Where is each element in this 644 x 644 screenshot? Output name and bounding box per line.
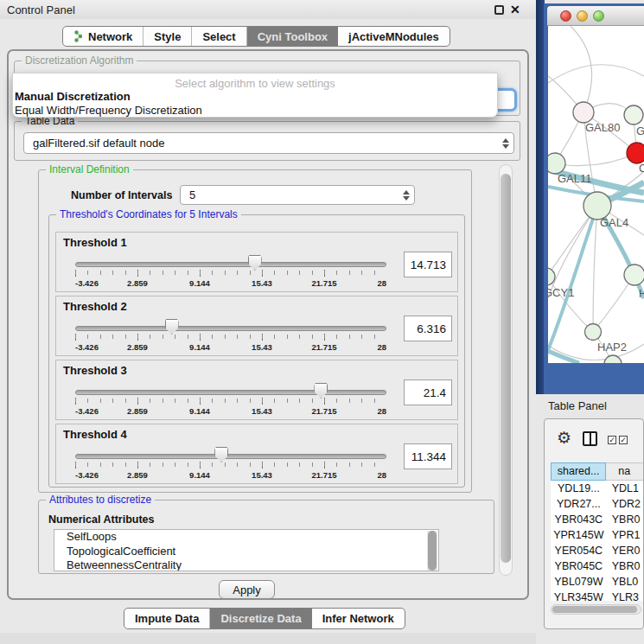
attributes-list-scrollbar-thumb[interactable] [428, 531, 437, 571]
tab-discretize-data-label: Discretize Data [220, 612, 301, 625]
network-canvas[interactable]: GAL80 G C GAL11 GAL4 GCY1 H HAP2 [548, 26, 644, 363]
column-header-name[interactable]: na [606, 462, 644, 481]
node-top-right[interactable] [624, 105, 643, 124]
slider-tick-labels: -3.4262.8599.14415.4321.71528 [75, 470, 386, 481]
slider-thumb[interactable] [214, 447, 228, 462]
table-horizontal-scrollbar[interactable] [551, 604, 641, 615]
close-traffic-light-icon[interactable] [560, 10, 571, 22]
number-of-intervals-combobox[interactable]: 5 [180, 185, 415, 205]
cell: YDR27... [551, 496, 607, 512]
tab-style-label: Style [154, 30, 181, 43]
tick-label: 28 [377, 470, 386, 480]
tab-jactivemnodules[interactable]: jActiveMNodules [338, 27, 450, 46]
list-item-topologicalcoefficient[interactable]: TopologicalCoefficient [54, 545, 438, 559]
bottom-strip [0, 633, 536, 644]
discretization-algorithm-group-title: Discretization Algorithm [22, 54, 137, 67]
number-of-intervals-label: Number of Intervals [71, 189, 172, 201]
node-label-gcy1: GCY1 [548, 286, 574, 299]
close-icon[interactable]: ✕ [510, 3, 520, 16]
tick-label: 21.715 [311, 342, 336, 352]
threshold-2-value-field[interactable] [404, 316, 452, 341]
slider-track[interactable] [75, 454, 386, 459]
apply-button[interactable]: Apply [219, 580, 275, 599]
tick-label: 21.715 [311, 406, 336, 416]
threshold-2-slider[interactable]: -3.4262.8599.14415.4321.71528 [75, 319, 386, 355]
table-row[interactable]: YDR27...YDR2 [551, 496, 644, 512]
slider-thumb[interactable] [248, 255, 262, 271]
table-row[interactable]: YPR145WYPR1 [551, 527, 644, 543]
numerical-attributes-list[interactable]: SelfLoops TopologicalCoefficient Between… [54, 529, 439, 571]
float-window-icon[interactable] [494, 5, 504, 15]
zoom-traffic-light-icon[interactable] [593, 10, 604, 22]
numerical-attributes-heading: Numerical Attributes [48, 513, 154, 526]
cell: YBL079W [551, 574, 607, 590]
settings-scrollbar-thumb[interactable] [501, 174, 511, 563]
slider-thumb[interactable] [165, 319, 179, 335]
threshold-4-slider[interactable]: -3.4262.8599.14415.4321.71528 [75, 447, 386, 483]
tab-select[interactable]: Select [192, 27, 246, 46]
list-item-betweennesscentrality[interactable]: BetweennessCentrality [54, 558, 438, 571]
tab-discretize-data[interactable]: Discretize Data [210, 609, 311, 628]
table-row[interactable]: YBR043CYBR0 [551, 512, 644, 527]
table-row[interactable]: YDL19...YDL1 [551, 481, 644, 496]
column-layout-icon[interactable] [583, 431, 597, 446]
table-data-combobox[interactable]: galFiltered.sif default node [23, 132, 514, 154]
settings-scrollbar[interactable] [499, 164, 513, 576]
slider-track[interactable] [75, 262, 386, 267]
checkbox-icon[interactable]: ✓ [608, 436, 616, 444]
cell: YBR043C [551, 512, 607, 527]
threshold-1-value-field[interactable] [404, 252, 452, 277]
slider-tick-labels: -3.4262.8599.14415.4321.71528 [75, 342, 386, 353]
threshold-3-value-field[interactable] [404, 379, 452, 405]
tick-label: 21.715 [311, 470, 336, 480]
tick-label: 2.859 [127, 406, 148, 416]
cell: YPR1 [607, 527, 644, 543]
node-label-gal80: GAL80 [585, 121, 620, 134]
threshold-3-slider[interactable]: -3.4262.8599.14415.4321.71528 [75, 383, 386, 419]
algorithm-dropdown-popup: Select algorithm to view settings Manual… [12, 73, 498, 118]
node-hap2[interactable] [585, 324, 602, 341]
cell: YBR0 [607, 512, 644, 527]
threshold-1-slider[interactable]: -3.4262.8599.14415.4321.71528 [75, 255, 386, 291]
tick-label: 2.859 [127, 278, 148, 288]
checkbox-icon[interactable]: ✓ [619, 436, 628, 444]
threshold-4-value-field[interactable] [404, 443, 452, 469]
node-gal11[interactable] [548, 153, 565, 174]
dropdown-item-manual-discretization[interactable]: Manual Discretization [15, 90, 131, 103]
table-row[interactable]: YLR345WYLR3 [551, 590, 644, 601]
column-header-shared-name[interactable]: shared... [551, 462, 606, 481]
node-label-gal4: GAL4 [600, 216, 628, 229]
gear-icon[interactable]: ⚙ [557, 428, 571, 448]
thresholds-group-title: Threshold's Coordinates for 5 Intervals [56, 208, 241, 220]
node-right-mid[interactable] [624, 265, 644, 285]
tick-label: 15.43 [252, 470, 272, 480]
dropdown-item-equal-width-frequency[interactable]: Equal Width/Frequency Discretization [15, 104, 202, 117]
node-red-selected[interactable] [627, 143, 644, 163]
table-row[interactable]: YBR045CYBR0 [551, 558, 644, 574]
table-row[interactable]: YBL079WYBL0 [551, 574, 644, 590]
control-panel-title: Control Panel [7, 3, 75, 16]
table-horizontal-scrollbar-thumb[interactable] [552, 606, 637, 613]
tick-label: 15.43 [252, 406, 272, 416]
threshold-3-label: Threshold 3 [63, 364, 127, 377]
tab-cyni-toolbox[interactable]: Cyni Toolbox [247, 27, 338, 46]
node-gal80[interactable] [573, 102, 594, 123]
slider-track[interactable] [75, 390, 386, 395]
minimize-traffic-light-icon[interactable] [577, 10, 588, 22]
tab-infer-network[interactable]: Infer Network [312, 609, 405, 628]
node-table[interactable]: shared... na YDL19...YDL1 YDR27...YDR2 Y… [551, 462, 644, 601]
tab-style[interactable]: Style [143, 27, 192, 46]
slider-thumb[interactable] [314, 383, 328, 399]
threshold-4-row: Threshold 4 -3.4262.8599.14415.4321.7152… [55, 424, 458, 484]
threshold-1-label: Threshold 1 [63, 236, 127, 249]
tab-network[interactable]: Network [63, 27, 143, 46]
tick-label: 9.144 [189, 342, 210, 352]
node-label-gal11: GAL11 [558, 172, 592, 185]
slider-track[interactable] [75, 326, 386, 331]
list-item-selfloops[interactable]: SelfLoops [54, 530, 438, 545]
attributes-list-scrollbar[interactable] [427, 531, 437, 571]
tab-impute-data[interactable]: Impute Data [124, 609, 210, 628]
tick-label: 9.144 [189, 278, 210, 288]
network-window-titlebar[interactable] [547, 6, 644, 26]
table-row[interactable]: YER054CYER0 [551, 543, 644, 558]
